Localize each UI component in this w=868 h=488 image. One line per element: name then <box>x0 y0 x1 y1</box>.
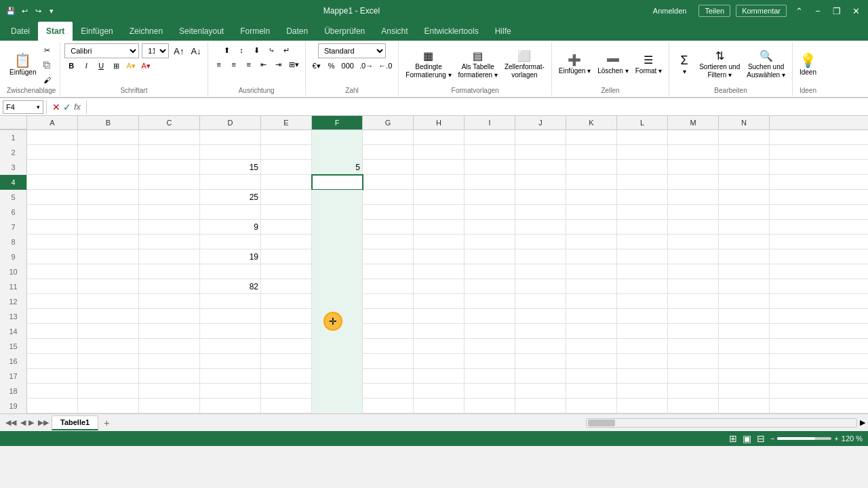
cell-i16[interactable] <box>465 354 515 369</box>
cell-e14[interactable] <box>261 324 312 339</box>
row-num-15[interactable]: 15 <box>0 339 27 354</box>
cell-f17[interactable] <box>312 369 363 384</box>
cell-e17[interactable] <box>261 369 312 384</box>
row-num-2[interactable]: 2 <box>0 145 27 160</box>
zellen-einfuegen-button[interactable]: ➕ Einfügen ▾ <box>556 47 593 83</box>
cell-f14[interactable] <box>312 324 363 339</box>
cell-h2[interactable] <box>414 145 465 160</box>
suchen-auswaehlen-button[interactable]: 🔍 Suchen undAuswählen ▾ <box>744 47 788 83</box>
cell-b3[interactable] <box>78 160 139 175</box>
cell-g7[interactable] <box>363 220 414 235</box>
bedingte-formatierung-button[interactable]: ▦ BedingteFormatierung ▾ <box>403 47 454 83</box>
cell-g17[interactable] <box>363 369 414 384</box>
cell-c18[interactable] <box>139 384 200 399</box>
cell-n19[interactable] <box>719 399 770 413</box>
cell-a18[interactable] <box>27 384 78 399</box>
cell-b7[interactable] <box>78 220 139 235</box>
tab-seitenlayout[interactable]: Seitenlayout <box>171 22 232 41</box>
cell-d16[interactable] <box>200 354 261 369</box>
cell-b12[interactable] <box>78 294 139 309</box>
cell-d13[interactable] <box>200 309 261 324</box>
cell-e12[interactable] <box>261 294 312 309</box>
cell-k18[interactable] <box>566 384 617 399</box>
cell-g2[interactable] <box>363 145 414 160</box>
zellenformatvorlagen-button[interactable]: ⬜ Zellenformat-vorlagen <box>502 47 547 83</box>
zoom-control[interactable]: − + 120 % <box>770 434 863 443</box>
cell-d10[interactable] <box>200 264 261 279</box>
cell-i7[interactable] <box>465 220 515 235</box>
cell-l13[interactable] <box>617 309 668 324</box>
tab-daten[interactable]: Daten <box>278 22 316 41</box>
cell-d1[interactable] <box>200 130 261 145</box>
cell-i6[interactable] <box>465 205 515 220</box>
zoom-slider[interactable] <box>777 437 831 440</box>
cell-m15[interactable] <box>668 339 719 354</box>
cell-c10[interactable] <box>139 264 200 279</box>
cell-f11[interactable] <box>312 279 363 294</box>
cell-k1[interactable] <box>566 130 617 145</box>
cell-a8[interactable] <box>27 235 78 249</box>
thousands-button[interactable]: 000 <box>340 59 356 73</box>
row-num-1[interactable]: 1 <box>0 130 27 145</box>
cell-l4[interactable] <box>617 175 668 190</box>
cell-b11[interactable] <box>78 279 139 294</box>
zellen-loeschen-button[interactable]: ➖ Löschen ▾ <box>595 47 631 83</box>
cell-i3[interactable] <box>465 160 515 175</box>
cell-i14[interactable] <box>465 324 515 339</box>
cell-c19[interactable] <box>139 399 200 413</box>
cell-m11[interactable] <box>668 279 719 294</box>
decrease-font-button[interactable]: A↓ <box>189 44 203 58</box>
cell-k10[interactable] <box>566 264 617 279</box>
cell-m2[interactable] <box>668 145 719 160</box>
cell-d14[interactable] <box>200 324 261 339</box>
minimize-button[interactable]: − <box>811 4 825 18</box>
cell-f16[interactable] <box>312 354 363 369</box>
cell-n3[interactable] <box>719 160 770 175</box>
cell-c5[interactable] <box>139 190 200 205</box>
fill-color-button[interactable]: A▾ <box>124 59 138 73</box>
cell-g14[interactable] <box>363 324 414 339</box>
cell-a1[interactable] <box>27 130 78 145</box>
cell-n1[interactable] <box>719 130 770 145</box>
cell-l3[interactable] <box>617 160 668 175</box>
cell-f7[interactable] <box>312 220 363 235</box>
cell-c16[interactable] <box>139 354 200 369</box>
row-num-16[interactable]: 16 <box>0 354 27 369</box>
scroll-tabs-left-icon[interactable]: ◀◀ <box>3 418 19 427</box>
cell-n8[interactable] <box>719 235 770 249</box>
cell-h16[interactable] <box>414 354 465 369</box>
cell-l12[interactable] <box>617 294 668 309</box>
cell-n5[interactable] <box>719 190 770 205</box>
align-right-button[interactable]: ≡ <box>242 58 256 71</box>
cell-b2[interactable] <box>78 145 139 160</box>
cell-l15[interactable] <box>617 339 668 354</box>
cell-k4[interactable] <box>566 175 617 190</box>
cell-n13[interactable] <box>719 309 770 324</box>
sortieren-filtern-button[interactable]: ⇅ Sortieren undFiltern ▾ <box>696 47 743 83</box>
cell-h14[interactable] <box>414 324 465 339</box>
cell-i10[interactable] <box>465 264 515 279</box>
cell-a6[interactable] <box>27 205 78 220</box>
cell-j18[interactable] <box>515 384 566 399</box>
cell-f3[interactable]: 5 <box>312 160 363 175</box>
cell-d12[interactable] <box>200 294 261 309</box>
cell-d11[interactable]: 82 <box>200 279 261 294</box>
cell-k19[interactable] <box>566 399 617 413</box>
cell-h17[interactable] <box>414 369 465 384</box>
cell-f12[interactable] <box>312 294 363 309</box>
cell-e1[interactable] <box>261 130 312 145</box>
col-header-h[interactable]: H <box>414 116 465 129</box>
col-header-m[interactable]: M <box>668 116 719 129</box>
cell-h1[interactable] <box>414 130 465 145</box>
cell-d5[interactable]: 25 <box>200 190 261 205</box>
indent-decrease-button[interactable]: ⇤ <box>257 58 271 71</box>
row-num-11[interactable]: 11 <box>0 279 27 294</box>
cell-e4[interactable] <box>261 175 312 190</box>
cell-k17[interactable] <box>566 369 617 384</box>
cell-j16[interactable] <box>515 354 566 369</box>
border-button[interactable]: ⊞ <box>109 59 123 73</box>
cell-k8[interactable] <box>566 235 617 249</box>
cell-k2[interactable] <box>566 145 617 160</box>
scrollbar-track[interactable] <box>586 418 857 428</box>
cell-b4[interactable] <box>78 175 139 190</box>
